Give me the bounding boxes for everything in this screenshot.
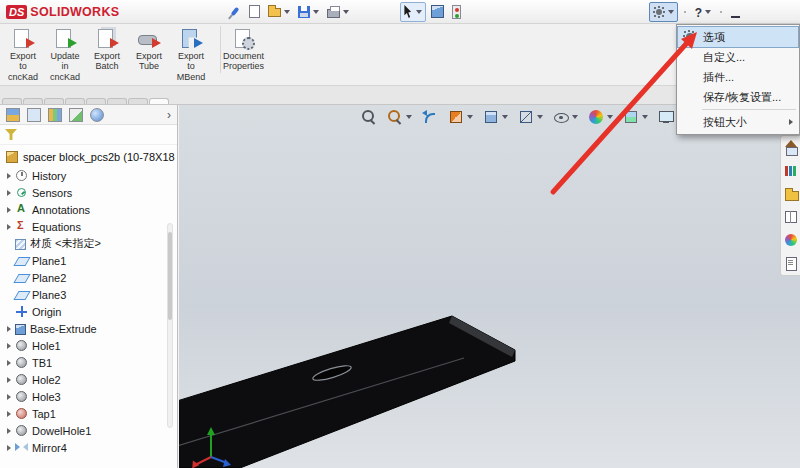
expand-arrow-icon[interactable] — [7, 428, 11, 434]
help-button[interactable] — [692, 2, 714, 22]
chevron-down-icon — [668, 10, 674, 14]
feature-tree-item[interactable]: Equations — [0, 218, 177, 235]
expand-arrow-icon[interactable] — [7, 377, 11, 383]
feature-tree-item-label: DowelHole1 — [32, 425, 91, 437]
menu-item[interactable] — [169, 0, 183, 23]
displaymanager-tab-icon[interactable] — [90, 108, 104, 122]
propertymanager-tab-icon[interactable] — [27, 108, 41, 122]
file-explorer-icon[interactable] — [784, 187, 798, 201]
menu-option[interactable]: 选项 — [678, 27, 798, 47]
feature-tree-item-label: Origin — [32, 306, 61, 318]
print-button[interactable] — [324, 2, 352, 22]
commandmanager-tab[interactable] — [86, 98, 106, 104]
options-gear-icon — [653, 6, 665, 18]
feature-tree-item[interactable]: Plane2 — [0, 269, 177, 286]
graphics-area[interactable] — [179, 105, 800, 468]
save-button[interactable] — [295, 2, 322, 22]
menu-item[interactable] — [127, 0, 141, 23]
feature-tree-item[interactable]: Origin — [0, 303, 177, 320]
minimize-button[interactable] — [728, 2, 743, 22]
menu-option-label: 自定义... — [703, 50, 745, 65]
menu-item[interactable] — [197, 0, 211, 23]
resources-home-icon[interactable] — [784, 141, 798, 155]
feature-tree-item[interactable]: Tap1 — [0, 405, 177, 422]
expand-arrow-icon[interactable] — [7, 343, 11, 349]
feature-tree-item[interactable]: TB1 — [0, 354, 177, 371]
pin-button[interactable] — [226, 2, 244, 22]
expand-arrow-icon[interactable] — [7, 445, 11, 451]
menu-items — [127, 0, 225, 23]
feature-icon — [15, 339, 28, 352]
open-button[interactable] — [265, 2, 293, 22]
ribbon-button[interactable]: Export to MBend — [170, 26, 212, 83]
configurationmanager-tab-icon[interactable] — [48, 108, 62, 122]
design-library-icon[interactable] — [784, 164, 798, 178]
menu-option[interactable]: 按钮大小 — [678, 112, 798, 132]
feature-icon — [15, 254, 28, 267]
menu-item[interactable] — [183, 0, 197, 23]
expand-arrow-icon[interactable] — [7, 360, 11, 366]
ribbon-button-label: Document Properties — [223, 51, 264, 72]
select-tool-button[interactable] — [400, 2, 426, 22]
expand-arrow-icon[interactable] — [7, 224, 11, 230]
ribbon-button[interactable]: Update in cncKad — [44, 26, 86, 83]
ribbon-button[interactable]: Document Properties — [220, 26, 262, 73]
ribbon-button[interactable]: Export Tube — [128, 26, 170, 73]
feature-tree-item[interactable]: Hole3 — [0, 388, 177, 405]
feature-tree-root[interactable]: spacer block_pcs2b (10-78X18-0X3 — [0, 148, 177, 166]
commandmanager-tab[interactable] — [44, 98, 64, 104]
feature-tree-item-label: Tap1 — [32, 408, 56, 420]
ribbon-button[interactable]: Export Batch — [86, 26, 128, 73]
feature-tree-item[interactable]: Annotations — [0, 201, 177, 218]
expand-arrow-icon[interactable] — [7, 411, 11, 417]
select-cursor-icon — [404, 5, 413, 18]
menu-option[interactable]: 自定义... — [678, 47, 798, 67]
featuremanager-tab-icon[interactable] — [6, 108, 20, 122]
commandmanager-tab[interactable] — [23, 98, 43, 104]
feature-tree-item[interactable]: Sensors — [0, 184, 177, 201]
expand-panel-tabs-icon[interactable]: › — [167, 109, 171, 121]
feature-tree-item[interactable]: 材质 <未指定> — [0, 235, 177, 252]
feature-tree-item[interactable]: History — [0, 167, 177, 184]
feature-tree-item[interactable]: Hole1 — [0, 337, 177, 354]
menu-option[interactable]: 插件... — [678, 67, 798, 87]
options-button[interactable] — [649, 2, 678, 22]
commandmanager-tab[interactable] — [2, 98, 22, 104]
expand-arrow-icon[interactable] — [7, 190, 11, 196]
menu-item[interactable] — [141, 0, 155, 23]
commandmanager-tab[interactable] — [65, 98, 85, 104]
filter-icon[interactable] — [5, 129, 17, 140]
logo-text: SOLIDWORKS — [30, 5, 119, 19]
feature-tree: History Sensors Annotations Equations — [0, 167, 177, 456]
feature-tree-item[interactable]: DowelHole1 — [0, 422, 177, 439]
view-palette-icon[interactable] — [784, 210, 798, 224]
display-settings-button[interactable] — [428, 2, 447, 22]
part-3d-model[interactable] — [179, 105, 800, 468]
appearances-icon[interactable] — [784, 233, 798, 247]
expand-arrow-icon[interactable] — [7, 394, 11, 400]
feature-tree-item[interactable]: Plane1 — [0, 252, 177, 269]
expand-arrow-icon[interactable] — [7, 207, 11, 213]
commandmanager-tab[interactable] — [149, 98, 169, 104]
feature-tree-item[interactable]: Plane3 — [0, 286, 177, 303]
menu-option[interactable]: 保存/恢复设置... — [678, 87, 798, 107]
menu-item[interactable] — [211, 0, 225, 23]
expand-arrow-icon[interactable] — [7, 173, 11, 179]
ribbon-button[interactable]: Export to cncKad — [2, 26, 44, 83]
rebuild-button[interactable] — [449, 2, 464, 22]
feature-tree-item[interactable]: Base-Extrude — [0, 320, 177, 337]
feature-tree-item-label: Annotations — [32, 204, 90, 216]
new-document-button[interactable] — [246, 2, 263, 22]
logo-ds-badge: DS — [6, 5, 27, 19]
commandmanager-tab[interactable] — [107, 98, 127, 104]
feature-tree-item[interactable]: Mirror4 — [0, 439, 177, 456]
commandmanager-tab[interactable] — [128, 98, 148, 104]
dimxpertmanager-tab-icon[interactable] — [69, 108, 83, 122]
tree-scrollbar[interactable] — [167, 223, 173, 428]
custom-properties-icon[interactable] — [784, 256, 798, 270]
feature-icon — [15, 356, 28, 369]
menu-item[interactable] — [155, 0, 169, 23]
feature-tree-item[interactable]: Hole2 — [0, 371, 177, 388]
scrollbar-thumb[interactable] — [168, 232, 172, 320]
expand-arrow-icon[interactable] — [7, 326, 11, 332]
